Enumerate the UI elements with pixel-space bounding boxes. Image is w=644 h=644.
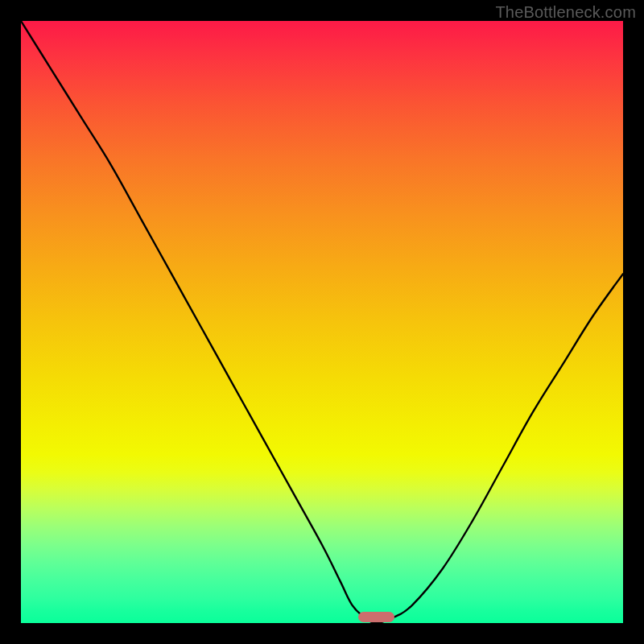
bottleneck-curve-line [21,21,623,623]
curve-layer [21,21,623,623]
optimal-marker [358,612,394,622]
plot-area [21,21,623,623]
bottleneck-chart: TheBottleneck.com [0,0,644,644]
attribution-label: TheBottleneck.com [495,3,636,22]
